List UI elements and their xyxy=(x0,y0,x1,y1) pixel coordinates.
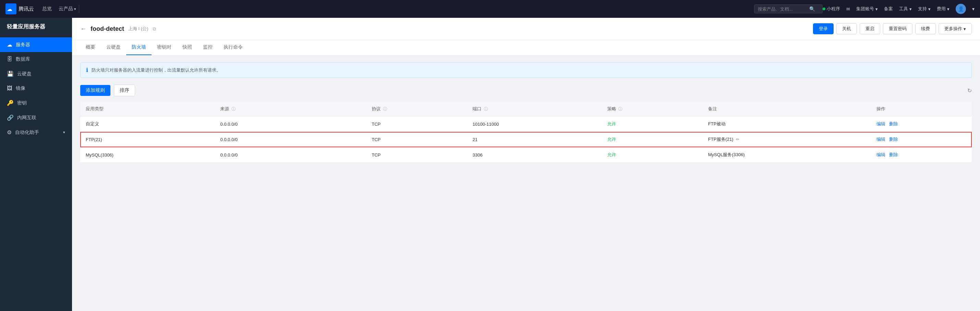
cell-source-2: 0.0.0.0/0 xyxy=(215,132,366,147)
search-box[interactable]: 🔍 xyxy=(754,5,822,13)
copy-icon[interactable]: ⧉ xyxy=(153,26,156,32)
search-input[interactable] xyxy=(758,6,809,12)
tab-monitor[interactable]: 监控 xyxy=(197,40,218,55)
cell-policy-3: 允许 xyxy=(602,147,703,163)
logo[interactable]: ☁ 腾讯云 xyxy=(5,3,34,14)
port-info-icon[interactable]: ⓘ xyxy=(484,106,488,111)
sidebar-item-server[interactable]: ☁ 服务器 xyxy=(0,37,72,52)
tab-snapshot[interactable]: 快照 xyxy=(177,40,197,55)
sidebar-label-database: 数据库 xyxy=(16,56,30,62)
policy-info-icon[interactable]: ⓘ xyxy=(618,106,622,111)
cell-port-1: 10100-11000 xyxy=(467,116,601,132)
sidebar-item-database[interactable]: 🗄 数据库 xyxy=(0,52,72,67)
database-icon: 🗄 xyxy=(7,56,12,62)
automation-icon: ⚙ xyxy=(7,129,12,136)
cell-source-1: 0.0.0.0/0 xyxy=(215,116,366,132)
nav-cost[interactable]: 费用 ▾ xyxy=(937,6,950,12)
cell-action-1: 编辑 删除 xyxy=(871,116,972,132)
cell-protocol-3: TCP xyxy=(366,147,467,163)
delete-link-1[interactable]: 删除 xyxy=(889,121,898,126)
mini-program-dot xyxy=(822,8,826,10)
mirror-icon: 🖼 xyxy=(7,85,12,92)
edit-link-1[interactable]: 编辑 xyxy=(877,121,885,126)
tab-firewall[interactable]: 防火墙 xyxy=(126,40,151,55)
tab-clouddisk[interactable]: 云硬盘 xyxy=(101,40,126,55)
tab-keypair[interactable]: 密钥对 xyxy=(151,40,177,55)
sidebar-label-key: 密钥 xyxy=(17,100,27,106)
info-icon: ℹ xyxy=(86,67,88,73)
sidebar-item-clouddisk[interactable]: 💾 云硬盘 xyxy=(0,67,72,81)
add-rule-button[interactable]: 添加规则 xyxy=(80,85,110,96)
nav-support[interactable]: 支持 ▾ xyxy=(918,6,931,12)
nav-right-items: 小程序 ✉ 集团账号 ▾ 备案 工具 ▾ 支持 ▾ 费用 ▾ 👤 ▾ xyxy=(822,4,975,14)
nav-mail[interactable]: ✉ xyxy=(846,6,850,12)
page-header: ← food-detect 上海 I (公) ⧉ 登录 关机 重启 重置密码 续… xyxy=(72,18,980,40)
server-icon: ☁ xyxy=(7,41,12,48)
tabs: 概要 云硬盘 防火墙 密钥对 快照 监控 执行命令 xyxy=(72,40,980,56)
sidebar-label-automation: 自动化助手 xyxy=(15,130,39,136)
nav-divider xyxy=(79,5,79,13)
tab-exec-command[interactable]: 执行命令 xyxy=(218,40,248,55)
table-row: MySQL(3306) 0.0.0.0/0 TCP 3306 允许 MySQL服… xyxy=(80,147,972,163)
cell-app-type-2: FTP(21) xyxy=(80,132,215,147)
sidebar-item-key[interactable]: 🔑 密钥 xyxy=(0,95,72,110)
th-source: 来源 ⓘ xyxy=(215,102,366,116)
cell-policy-1: 允许 xyxy=(602,116,703,132)
sort-button[interactable]: 排序 xyxy=(114,85,135,96)
intranet-icon: 🔗 xyxy=(7,114,14,121)
nav-items: 总览 云产品 xyxy=(42,6,76,12)
account-arrow[interactable]: ▾ xyxy=(972,6,975,12)
tab-overview[interactable]: 概要 xyxy=(80,40,101,55)
th-note: 备注 xyxy=(703,102,871,116)
source-info-icon[interactable]: ⓘ xyxy=(231,106,235,111)
server-location: 上海 I (公) xyxy=(128,26,148,32)
search-icon: 🔍 xyxy=(809,6,815,12)
svg-text:☁: ☁ xyxy=(7,6,12,12)
sidebar-item-intranet[interactable]: 🔗 内网互联 xyxy=(0,110,72,125)
reset-password-button[interactable]: 重置密码 xyxy=(883,23,912,34)
restart-button[interactable]: 重启 xyxy=(860,23,880,34)
edit-link-3[interactable]: 编辑 xyxy=(877,152,885,157)
nav-record[interactable]: 备案 xyxy=(884,6,893,12)
sidebar-label-intranet: 内网互联 xyxy=(17,115,37,121)
sidebar-item-mirror[interactable]: 🖼 镜像 xyxy=(0,81,72,95)
sidebar-label-server: 服务器 xyxy=(16,42,30,48)
top-nav: ☁ 腾讯云 总览 云产品 🔍 小程序 ✉ 集团账号 ▾ 备案 工具 ▾ 支持 ▾… xyxy=(0,0,980,18)
info-banner: ℹ 防火墙只对服务器的入流量进行控制，出流量默认允许所有请求。 xyxy=(80,62,972,78)
renew-button[interactable]: 续费 xyxy=(915,23,936,34)
protocol-info-icon[interactable]: ⓘ xyxy=(383,106,387,111)
table-row: FTP(21) 0.0.0.0/0 TCP 21 允许 FTP服务(21) ✏ … xyxy=(80,132,972,147)
sidebar-label-mirror: 镜像 xyxy=(16,85,25,92)
cell-action-2: 编辑 删除 xyxy=(871,132,972,147)
clouddisk-icon: 💾 xyxy=(7,71,14,77)
th-policy: 策略 ⓘ xyxy=(602,102,703,116)
nav-group-account[interactable]: 集团账号 ▾ xyxy=(856,6,878,12)
header-actions: 登录 关机 重启 重置密码 续费 更多操作 ▾ xyxy=(813,23,972,34)
toolbar: 添加规则 排序 ↻ xyxy=(80,85,972,96)
server-name: food-detect xyxy=(91,25,124,33)
login-button[interactable]: 登录 xyxy=(813,23,834,34)
nav-overview[interactable]: 总览 xyxy=(42,6,52,12)
sidebar-title: 轻量应用服务器 xyxy=(0,23,72,37)
info-banner-text: 防火墙只对服务器的入流量进行控制，出流量默认允许所有请求。 xyxy=(92,67,221,73)
cell-policy-2: 允许 xyxy=(602,132,703,147)
nav-tools[interactable]: 工具 ▾ xyxy=(899,6,912,12)
delete-link-3[interactable]: 删除 xyxy=(889,152,898,157)
user-avatar[interactable]: 👤 xyxy=(956,4,966,14)
th-app-type: 应用类型 xyxy=(80,102,215,116)
sidebar-item-automation[interactable]: ⚙ 自动化助手 ▾ xyxy=(0,125,72,140)
cell-protocol-2: TCP xyxy=(366,132,467,147)
refresh-icon[interactable]: ↻ xyxy=(967,87,972,94)
edit-link-2[interactable]: 编辑 xyxy=(877,136,885,142)
automation-arrow: ▾ xyxy=(63,130,65,135)
shutdown-button[interactable]: 关机 xyxy=(836,23,857,34)
back-button[interactable]: ← xyxy=(80,25,86,33)
nav-cloud-products[interactable]: 云产品 xyxy=(59,6,76,12)
delete-link-2[interactable]: 删除 xyxy=(889,136,898,142)
nav-mini-program[interactable]: 小程序 xyxy=(822,6,840,12)
more-operations-label: 更多操作 xyxy=(944,26,962,32)
inline-edit-icon[interactable]: ✏ xyxy=(736,137,739,142)
more-operations-button[interactable]: 更多操作 ▾ xyxy=(939,23,972,34)
cell-port-3: 3306 xyxy=(467,147,601,163)
main-content: ← food-detect 上海 I (公) ⧉ 登录 关机 重启 重置密码 续… xyxy=(72,18,980,311)
